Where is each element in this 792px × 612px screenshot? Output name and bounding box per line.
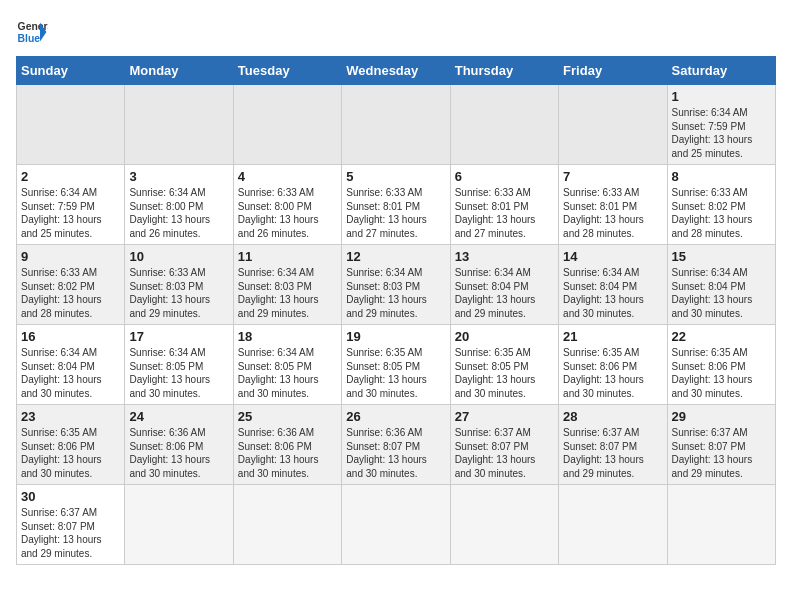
day-number: 13 (455, 249, 554, 264)
weekday-header-thursday: Thursday (450, 57, 558, 85)
day-info: Sunrise: 6:35 AM Sunset: 8:05 PM Dayligh… (346, 346, 445, 400)
day-number: 22 (672, 329, 771, 344)
calendar-cell (342, 485, 450, 565)
calendar-cell (125, 485, 233, 565)
day-info: Sunrise: 6:34 AM Sunset: 8:05 PM Dayligh… (238, 346, 337, 400)
calendar-cell (342, 85, 450, 165)
day-info: Sunrise: 6:37 AM Sunset: 8:07 PM Dayligh… (21, 506, 120, 560)
day-number: 18 (238, 329, 337, 344)
day-info: Sunrise: 6:34 AM Sunset: 8:05 PM Dayligh… (129, 346, 228, 400)
calendar-cell (233, 85, 341, 165)
day-number: 11 (238, 249, 337, 264)
day-info: Sunrise: 6:36 AM Sunset: 8:07 PM Dayligh… (346, 426, 445, 480)
day-number: 26 (346, 409, 445, 424)
weekday-header-friday: Friday (559, 57, 667, 85)
day-number: 29 (672, 409, 771, 424)
day-info: Sunrise: 6:35 AM Sunset: 8:05 PM Dayligh… (455, 346, 554, 400)
day-info: Sunrise: 6:37 AM Sunset: 8:07 PM Dayligh… (563, 426, 662, 480)
weekday-header-wednesday: Wednesday (342, 57, 450, 85)
calendar-week-5: 23Sunrise: 6:35 AM Sunset: 8:06 PM Dayli… (17, 405, 776, 485)
calendar-cell: 2Sunrise: 6:34 AM Sunset: 7:59 PM Daylig… (17, 165, 125, 245)
day-info: Sunrise: 6:33 AM Sunset: 8:01 PM Dayligh… (563, 186, 662, 240)
day-number: 23 (21, 409, 120, 424)
day-info: Sunrise: 6:34 AM Sunset: 8:04 PM Dayligh… (21, 346, 120, 400)
calendar-cell (450, 485, 558, 565)
calendar-cell: 11Sunrise: 6:34 AM Sunset: 8:03 PM Dayli… (233, 245, 341, 325)
calendar-table: SundayMondayTuesdayWednesdayThursdayFrid… (16, 56, 776, 565)
calendar-cell: 25Sunrise: 6:36 AM Sunset: 8:06 PM Dayli… (233, 405, 341, 485)
weekday-header-tuesday: Tuesday (233, 57, 341, 85)
calendar-cell: 24Sunrise: 6:36 AM Sunset: 8:06 PM Dayli… (125, 405, 233, 485)
day-number: 16 (21, 329, 120, 344)
day-info: Sunrise: 6:37 AM Sunset: 8:07 PM Dayligh… (672, 426, 771, 480)
day-info: Sunrise: 6:35 AM Sunset: 8:06 PM Dayligh… (21, 426, 120, 480)
day-info: Sunrise: 6:34 AM Sunset: 8:03 PM Dayligh… (238, 266, 337, 320)
day-number: 2 (21, 169, 120, 184)
day-number: 3 (129, 169, 228, 184)
calendar-cell (559, 85, 667, 165)
calendar-week-2: 2Sunrise: 6:34 AM Sunset: 7:59 PM Daylig… (17, 165, 776, 245)
calendar-cell (667, 485, 775, 565)
calendar-cell: 15Sunrise: 6:34 AM Sunset: 8:04 PM Dayli… (667, 245, 775, 325)
day-number: 19 (346, 329, 445, 344)
weekday-header-sunday: Sunday (17, 57, 125, 85)
calendar-cell (233, 485, 341, 565)
day-info: Sunrise: 6:33 AM Sunset: 8:03 PM Dayligh… (129, 266, 228, 320)
day-info: Sunrise: 6:35 AM Sunset: 8:06 PM Dayligh… (672, 346, 771, 400)
calendar-cell: 22Sunrise: 6:35 AM Sunset: 8:06 PM Dayli… (667, 325, 775, 405)
day-info: Sunrise: 6:34 AM Sunset: 8:00 PM Dayligh… (129, 186, 228, 240)
calendar-cell: 3Sunrise: 6:34 AM Sunset: 8:00 PM Daylig… (125, 165, 233, 245)
calendar-cell: 17Sunrise: 6:34 AM Sunset: 8:05 PM Dayli… (125, 325, 233, 405)
calendar-cell: 13Sunrise: 6:34 AM Sunset: 8:04 PM Dayli… (450, 245, 558, 325)
calendar-cell: 28Sunrise: 6:37 AM Sunset: 8:07 PM Dayli… (559, 405, 667, 485)
day-info: Sunrise: 6:33 AM Sunset: 8:02 PM Dayligh… (21, 266, 120, 320)
calendar-cell: 19Sunrise: 6:35 AM Sunset: 8:05 PM Dayli… (342, 325, 450, 405)
weekday-header-row: SundayMondayTuesdayWednesdayThursdayFrid… (17, 57, 776, 85)
calendar-cell: 7Sunrise: 6:33 AM Sunset: 8:01 PM Daylig… (559, 165, 667, 245)
svg-text:Blue: Blue (18, 33, 41, 44)
day-number: 15 (672, 249, 771, 264)
day-info: Sunrise: 6:34 AM Sunset: 8:04 PM Dayligh… (455, 266, 554, 320)
day-number: 24 (129, 409, 228, 424)
calendar-cell: 26Sunrise: 6:36 AM Sunset: 8:07 PM Dayli… (342, 405, 450, 485)
day-number: 17 (129, 329, 228, 344)
day-number: 5 (346, 169, 445, 184)
calendar-cell: 23Sunrise: 6:35 AM Sunset: 8:06 PM Dayli… (17, 405, 125, 485)
day-number: 12 (346, 249, 445, 264)
calendar-cell: 9Sunrise: 6:33 AM Sunset: 8:02 PM Daylig… (17, 245, 125, 325)
day-number: 20 (455, 329, 554, 344)
day-info: Sunrise: 6:33 AM Sunset: 8:02 PM Dayligh… (672, 186, 771, 240)
calendar-cell (125, 85, 233, 165)
weekday-header-monday: Monday (125, 57, 233, 85)
calendar-cell: 6Sunrise: 6:33 AM Sunset: 8:01 PM Daylig… (450, 165, 558, 245)
day-info: Sunrise: 6:37 AM Sunset: 8:07 PM Dayligh… (455, 426, 554, 480)
logo-icon: General Blue (16, 16, 48, 48)
day-number: 21 (563, 329, 662, 344)
logo: General Blue (16, 16, 48, 48)
weekday-header-saturday: Saturday (667, 57, 775, 85)
calendar-cell: 5Sunrise: 6:33 AM Sunset: 8:01 PM Daylig… (342, 165, 450, 245)
day-info: Sunrise: 6:36 AM Sunset: 8:06 PM Dayligh… (129, 426, 228, 480)
day-number: 28 (563, 409, 662, 424)
day-info: Sunrise: 6:33 AM Sunset: 8:01 PM Dayligh… (455, 186, 554, 240)
calendar-cell: 12Sunrise: 6:34 AM Sunset: 8:03 PM Dayli… (342, 245, 450, 325)
day-info: Sunrise: 6:35 AM Sunset: 8:06 PM Dayligh… (563, 346, 662, 400)
calendar-cell: 16Sunrise: 6:34 AM Sunset: 8:04 PM Dayli… (17, 325, 125, 405)
calendar-cell: 27Sunrise: 6:37 AM Sunset: 8:07 PM Dayli… (450, 405, 558, 485)
calendar-cell: 1Sunrise: 6:34 AM Sunset: 7:59 PM Daylig… (667, 85, 775, 165)
day-number: 1 (672, 89, 771, 104)
day-number: 6 (455, 169, 554, 184)
day-number: 9 (21, 249, 120, 264)
calendar-cell: 14Sunrise: 6:34 AM Sunset: 8:04 PM Dayli… (559, 245, 667, 325)
calendar-week-6: 30Sunrise: 6:37 AM Sunset: 8:07 PM Dayli… (17, 485, 776, 565)
calendar-cell: 18Sunrise: 6:34 AM Sunset: 8:05 PM Dayli… (233, 325, 341, 405)
day-info: Sunrise: 6:34 AM Sunset: 8:04 PM Dayligh… (563, 266, 662, 320)
calendar-cell: 10Sunrise: 6:33 AM Sunset: 8:03 PM Dayli… (125, 245, 233, 325)
day-info: Sunrise: 6:36 AM Sunset: 8:06 PM Dayligh… (238, 426, 337, 480)
day-number: 4 (238, 169, 337, 184)
calendar-cell: 4Sunrise: 6:33 AM Sunset: 8:00 PM Daylig… (233, 165, 341, 245)
day-info: Sunrise: 6:33 AM Sunset: 8:00 PM Dayligh… (238, 186, 337, 240)
day-number: 8 (672, 169, 771, 184)
day-info: Sunrise: 6:34 AM Sunset: 8:03 PM Dayligh… (346, 266, 445, 320)
calendar-cell: 21Sunrise: 6:35 AM Sunset: 8:06 PM Dayli… (559, 325, 667, 405)
